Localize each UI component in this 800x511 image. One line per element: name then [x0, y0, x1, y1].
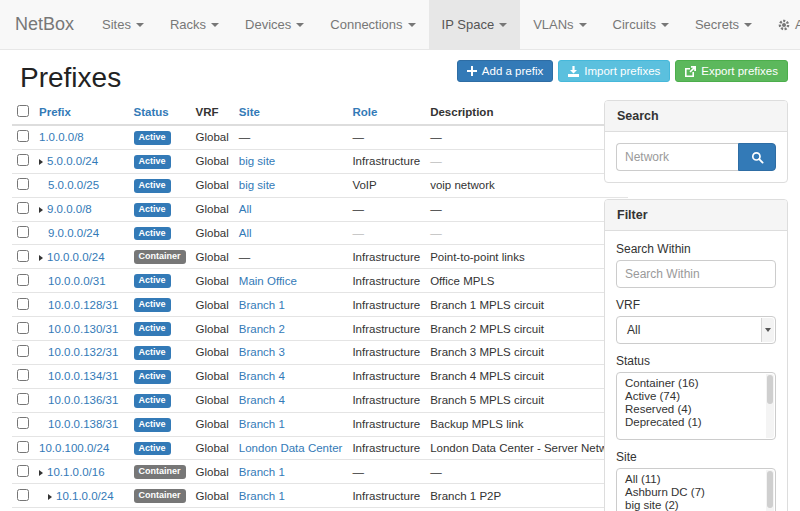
status-option[interactable]: Active (74) — [617, 389, 763, 402]
prefix-link[interactable]: 10.0.0.130/31 — [48, 323, 118, 335]
site-link[interactable]: Main Office — [239, 275, 297, 287]
status-option[interactable]: Reserved (4) — [617, 402, 763, 415]
prefix-link[interactable]: 10.0.0.134/31 — [48, 370, 118, 382]
app-brand[interactable]: NetBox — [0, 0, 89, 49]
nav-item-sites[interactable]: Sites — [89, 0, 157, 49]
row-checkbox[interactable] — [17, 369, 29, 381]
search-button[interactable] — [738, 143, 776, 171]
row-checkbox[interactable] — [17, 178, 29, 190]
prefix-link[interactable]: 9.0.0.0/8 — [47, 203, 92, 215]
nav-item-devices[interactable]: Devices — [232, 0, 317, 49]
column-header-description: Description — [425, 100, 628, 125]
column-header-site[interactable]: Site — [234, 100, 348, 125]
nav-item-admin[interactable]: Admin — [765, 0, 800, 49]
prefix-link[interactable]: 10.1.0.0/16 — [47, 466, 105, 478]
prefix-link[interactable]: 10.0.0.0/31 — [48, 275, 106, 287]
site-link[interactable]: big site — [239, 155, 275, 167]
site-link[interactable]: All — [239, 227, 252, 239]
site-link[interactable]: London Data Center — [239, 442, 343, 454]
row-checkbox[interactable] — [17, 226, 29, 238]
row-checkbox[interactable] — [17, 250, 29, 262]
search-within-input[interactable] — [616, 260, 776, 288]
prefix-link[interactable]: 10.0.100.0/24 — [39, 442, 109, 454]
site-cell: big site — [234, 149, 348, 173]
status-filter-label: Status — [616, 354, 776, 368]
import-prefixes-button[interactable]: Import prefixes — [558, 60, 670, 82]
row-checkbox[interactable] — [17, 465, 29, 477]
search-input[interactable] — [616, 143, 738, 171]
site-link[interactable]: Branch 3 — [239, 346, 285, 358]
prefix-link[interactable]: 5.0.0.0/24 — [47, 155, 98, 167]
description-cell: — — [425, 125, 628, 149]
select-all-checkbox[interactable] — [17, 105, 29, 117]
row-checkbox[interactable] — [17, 130, 29, 142]
status-option[interactable]: Deprecated (1) — [617, 415, 763, 428]
prefix-link[interactable]: 10.0.0.132/31 — [48, 346, 118, 358]
row-checkbox[interactable] — [17, 298, 29, 310]
prefix-link[interactable]: 10.1.0.0/24 — [56, 490, 114, 502]
scrollbar[interactable] — [766, 470, 774, 511]
site-link[interactable]: Branch 1 — [239, 490, 285, 502]
prefix-link[interactable]: 10.0.0.138/31 — [48, 418, 118, 430]
site-link[interactable]: Branch 4 — [239, 394, 285, 406]
site-link[interactable]: Branch 1 — [239, 418, 285, 430]
column-header-role[interactable]: Role — [347, 100, 425, 125]
prefix-table: PrefixStatusVRFSiteRoleDescription 1.0.0… — [12, 100, 628, 511]
site-link[interactable]: Branch 1 — [239, 466, 285, 478]
nav-item-racks[interactable]: Racks — [157, 0, 232, 49]
row-checkbox[interactable] — [17, 345, 29, 357]
status-cell: Active — [129, 269, 191, 293]
status-cell: Container — [129, 460, 191, 484]
row-checkbox[interactable] — [17, 322, 29, 334]
prefix-link[interactable]: 5.0.0.0/25 — [48, 179, 99, 191]
status-multiselect[interactable]: Container (16)Active (74)Reserved (4)Dep… — [616, 372, 776, 440]
row-checkbox[interactable] — [17, 393, 29, 405]
nav-item-ip-space[interactable]: IP Space — [429, 0, 521, 49]
search-panel: Search — [604, 100, 788, 183]
row-checkbox[interactable] — [17, 202, 29, 214]
prefix-link[interactable]: 9.0.0.0/24 — [48, 227, 99, 239]
row-select-cell — [12, 173, 34, 197]
site-option[interactable]: big site (2) — [617, 498, 763, 511]
site-link[interactable]: All — [239, 203, 252, 215]
site-cell: Branch 1 — [234, 484, 348, 508]
role-cell: Infrastructure — [347, 364, 425, 388]
export-prefixes-button[interactable]: Export prefixes — [675, 60, 788, 82]
nav-item-label: Connections — [330, 17, 402, 32]
row-checkbox[interactable] — [17, 417, 29, 429]
prefix-cell: 10.0.0.128/31 — [34, 293, 129, 317]
site-option[interactable]: Ashburn DC (7) — [617, 485, 763, 498]
status-cell: Active — [129, 317, 191, 341]
nav-item-connections[interactable]: Connections — [317, 0, 428, 49]
row-checkbox[interactable] — [17, 274, 29, 286]
site-multiselect[interactable]: All (11)Ashburn DC (7)big site (2)Branch… — [616, 468, 776, 511]
status-option[interactable]: Container (16) — [617, 376, 763, 389]
prefix-link[interactable]: 10.0.0.0/24 — [47, 251, 105, 263]
row-checkbox[interactable] — [17, 489, 29, 501]
site-cell: — — [234, 125, 348, 149]
column-header-status[interactable]: Status — [129, 100, 191, 125]
scrollbar[interactable] — [766, 374, 774, 438]
site-link[interactable]: Branch 1 — [239, 299, 285, 311]
prefix-link[interactable]: 10.0.0.136/31 — [48, 394, 118, 406]
row-select-cell — [12, 221, 34, 245]
site-option[interactable]: All (11) — [617, 472, 763, 485]
site-link[interactable]: big site — [239, 179, 275, 191]
column-header-prefix[interactable]: Prefix — [34, 100, 129, 125]
row-checkbox[interactable] — [17, 154, 29, 166]
row-select-cell — [12, 125, 34, 149]
table-row: 10.0.0.136/31ActiveGlobalBranch 4Infrast… — [12, 388, 628, 412]
nav-item-vlans[interactable]: VLANs — [520, 0, 599, 49]
site-link[interactable]: Branch 4 — [239, 370, 285, 382]
site-link[interactable]: Branch 2 — [239, 323, 285, 335]
prefix-link[interactable]: 10.0.0.128/31 — [48, 299, 118, 311]
row-checkbox[interactable] — [17, 441, 29, 453]
table-row: 9.0.0.0/24ActiveGlobalAll—— — [12, 221, 628, 245]
nav-item-secrets[interactable]: Secrets — [682, 0, 765, 49]
nav-item-circuits[interactable]: Circuits — [600, 0, 682, 49]
add-a-prefix-button[interactable]: Add a prefix — [457, 60, 553, 82]
vrf-select[interactable]: All — [616, 316, 776, 344]
navbar: NetBox SitesRacksDevicesConnectionsIP Sp… — [0, 0, 800, 50]
vrf-cell: Global — [191, 269, 234, 293]
prefix-link[interactable]: 1.0.0.0/8 — [39, 131, 84, 143]
